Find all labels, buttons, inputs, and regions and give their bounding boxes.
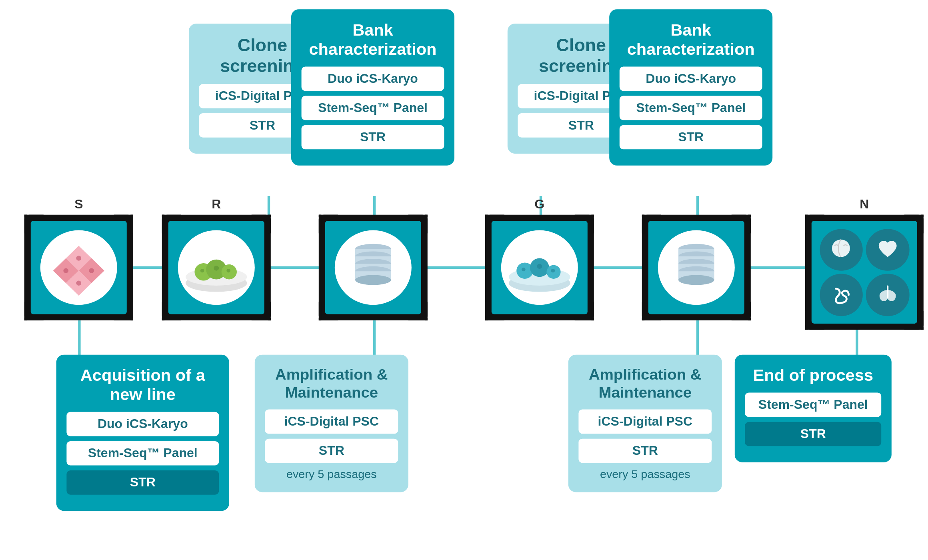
acquisition-item-2: Stem-Seq™ Panel <box>66 441 219 466</box>
stage-node-2: R <box>162 215 271 320</box>
bank-char-2-title: Bank characterization <box>620 20 762 59</box>
stage-node-5 <box>642 215 751 320</box>
connector-stage5-down <box>696 320 699 356</box>
svg-point-14 <box>214 266 219 270</box>
stage-6-label: N <box>805 197 924 212</box>
svg-point-41 <box>678 275 714 285</box>
bank-char-1-item-1: Duo iCS-Karyo <box>302 67 444 91</box>
amp-maint-2-title: Amplification & Maintenance <box>578 366 712 402</box>
end-process-title: End of process <box>745 366 881 386</box>
acquisition-item-1: Duo iCS-Karyo <box>66 412 219 436</box>
bank-char-2-item-1: Duo iCS-Karyo <box>620 67 762 91</box>
connector-stage3-down <box>373 320 376 356</box>
card-bank-char-1: Bank characterization Duo iCS-Karyo Stem… <box>291 9 454 166</box>
acquisition-item-3: STR <box>66 471 219 495</box>
acquisition-title: Acquisition of a new line <box>66 366 219 405</box>
amp-maint-2-note: every 5 passages <box>578 468 712 481</box>
card-end-process: End of process Stem-Seq™ Panel STR <box>735 355 892 462</box>
bank-char-2-item-2: Stem-Seq™ Panel <box>620 96 762 120</box>
bank-char-2-item-3: STR <box>620 125 762 150</box>
card-amp-maint-2: Amplification & Maintenance iCS-Digital … <box>568 355 722 492</box>
svg-point-15 <box>226 269 230 272</box>
stage-node-1: S <box>24 215 133 320</box>
bank-char-1-title: Bank characterization <box>302 20 444 59</box>
svg-point-5 <box>89 268 94 273</box>
end-process-item-1: Stem-Seq™ Panel <box>745 393 881 417</box>
amp-maint-2-item-2: STR <box>578 438 712 463</box>
stage-2-label: R <box>162 197 271 212</box>
svg-point-24 <box>355 275 391 285</box>
card-acquisition: Acquisition of a new line Duo iCS-Karyo … <box>56 355 229 511</box>
amp-maint-1-item-2: STR <box>265 438 398 463</box>
stage-node-3 <box>319 215 428 320</box>
svg-point-13 <box>200 269 204 272</box>
svg-point-31 <box>537 264 542 269</box>
amp-maint-2-item-1: iCS-Digital PSC <box>578 409 712 434</box>
bank-char-1-item-2: Stem-Seq™ Panel <box>302 96 444 120</box>
svg-point-7 <box>76 281 81 286</box>
card-bank-char-2: Bank characterization Duo iCS-Karyo Stem… <box>609 9 772 166</box>
connector-stage1-down <box>78 320 80 356</box>
bank-char-1-item-3: STR <box>302 125 444 150</box>
end-process-item-2: STR <box>745 422 881 446</box>
stage-node-4: G <box>485 215 594 320</box>
card-amp-maint-1: Amplification & Maintenance iCS-Digital … <box>255 355 408 492</box>
svg-point-32 <box>551 269 555 272</box>
svg-point-30 <box>522 268 526 271</box>
diagram-container: S <box>0 0 928 560</box>
amp-maint-1-title: Amplification & Maintenance <box>265 366 398 402</box>
stage-4-label: G <box>485 197 594 212</box>
amp-maint-1-item-1: iCS-Digital PSC <box>265 409 398 434</box>
stage-1-label: S <box>24 197 133 212</box>
svg-point-6 <box>63 268 68 273</box>
svg-point-4 <box>76 256 81 260</box>
stage-node-6: N <box>805 215 924 330</box>
amp-maint-1-note: every 5 passages <box>265 468 398 481</box>
